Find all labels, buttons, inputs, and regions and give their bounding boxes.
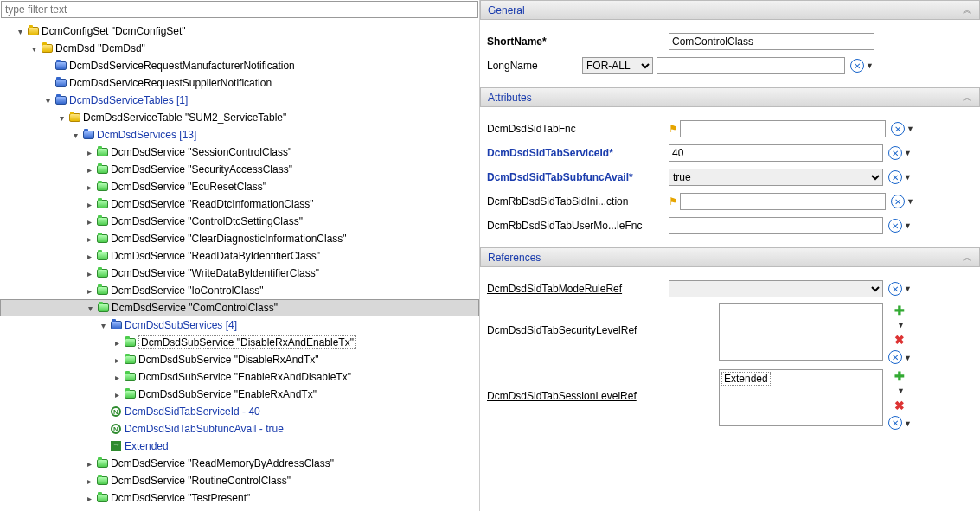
- ref-listbox[interactable]: Extended: [719, 369, 883, 426]
- clear-icon[interactable]: ✕: [888, 416, 902, 430]
- tree-item[interactable]: ▸DcmDsdService "ReadMemoryByAddressClass…: [0, 455, 479, 472]
- tree-item[interactable]: ▸DcmDsdService "TestPresent": [0, 489, 479, 507]
- clear-icon[interactable]: ✕: [888, 146, 902, 160]
- dropdown-icon[interactable]: ▼: [904, 354, 912, 362]
- dropdown-icon[interactable]: ▼: [904, 419, 912, 428]
- clear-icon[interactable]: ✕: [888, 282, 902, 296]
- twisty-icon[interactable]: ▸: [83, 286, 95, 296]
- tree-item[interactable]: ▾DcmDsd "DcmDsd": [0, 40, 479, 57]
- form-panel: General︽ ShortName* LongName FOR-ALL ✕▼ …: [480, 0, 980, 511]
- ref-label[interactable]: DcmDsdSidTabSessionLevelRef: [487, 369, 669, 402]
- collapse-icon[interactable]: ︽: [963, 3, 972, 16]
- dropdown-icon[interactable]: ▼: [897, 321, 905, 329]
- attr-input[interactable]: [680, 120, 886, 137]
- tree-item[interactable]: ▾DcmConfigSet "DcmConfigSet": [0, 22, 479, 40]
- clear-icon[interactable]: ✕: [891, 122, 905, 136]
- twisty-icon[interactable]: ▸: [83, 200, 95, 209]
- collapse-icon[interactable]: ︽: [963, 91, 972, 104]
- clear-icon[interactable]: ✕: [891, 195, 905, 208]
- tree-item[interactable]: ▾DcmDsdSubServices [4]: [0, 316, 479, 334]
- tree-item[interactable]: ▸DcmDsdService "RoutineControlClass": [0, 472, 479, 489]
- twisty-icon[interactable]: ▸: [83, 165, 95, 175]
- tree-item[interactable]: ▸DcmDsdSubService "EnableRxAndTx": [0, 386, 479, 403]
- list-item[interactable]: Extended: [721, 372, 771, 386]
- dropdown-icon[interactable]: ▼: [906, 197, 914, 206]
- ref-label[interactable]: DcmDsdSidTabSecurityLevelRef: [487, 303, 669, 336]
- collapse-icon[interactable]: ︽: [963, 251, 972, 264]
- twisty-icon[interactable]: ▸: [111, 373, 123, 382]
- tree-item[interactable]: ▸DcmDsdService "ReadDtcInformationClass": [0, 195, 479, 213]
- tree-item[interactable]: ▸DcmDsdService "IoControlClass": [0, 282, 479, 299]
- twisty-icon[interactable]: ▸: [83, 182, 95, 192]
- clear-icon[interactable]: ✕: [888, 350, 902, 364]
- tree-item[interactable]: DcmDsdServiceRequestManufacturerNotifica…: [0, 57, 479, 74]
- tree-item[interactable]: NDcmDsdSidTabSubfuncAvail - true: [0, 420, 479, 438]
- tree-item[interactable]: NDcmDsdSidTabServiceId - 40: [0, 403, 479, 420]
- twisty-icon[interactable]: ▸: [83, 476, 95, 486]
- tree-item[interactable]: ▸DcmDsdService "SessionControlClass": [0, 144, 479, 161]
- add-icon[interactable]: ✚: [894, 303, 905, 317]
- clear-icon[interactable]: ✕: [888, 219, 902, 233]
- twisty-icon[interactable]: ▸: [83, 459, 95, 469]
- twisty-icon[interactable]: ▾: [84, 303, 96, 313]
- twisty-icon[interactable]: ▸: [83, 494, 95, 503]
- longname-input[interactable]: [657, 57, 845, 74]
- twisty-icon[interactable]: ▾: [28, 44, 40, 54]
- twisty-icon[interactable]: ▾: [55, 113, 67, 123]
- tree-item[interactable]: ▾DcmDsdServiceTables [1]: [0, 92, 479, 109]
- clear-icon[interactable]: ✕: [850, 59, 864, 73]
- tree-item-selected[interactable]: ▾DcmDsdService "ComControlClass": [0, 299, 479, 316]
- add-icon[interactable]: ✚: [894, 369, 905, 383]
- dropdown-icon[interactable]: ▼: [897, 386, 905, 395]
- dropdown-icon[interactable]: ▼: [904, 284, 912, 293]
- ref-listbox[interactable]: [719, 303, 883, 361]
- section-header-general[interactable]: General︽: [480, 0, 980, 20]
- twisty-icon[interactable]: ▸: [83, 269, 95, 278]
- tree-item[interactable]: ▸DcmDsdService "EcuResetClass": [0, 178, 479, 195]
- tree-item[interactable]: ▸DcmDsdSubService "DisableRxAndTx": [0, 351, 479, 368]
- tree-item[interactable]: ▸DcmDsdSubService "DisableRxAndEnableTx": [0, 334, 479, 351]
- clear-icon[interactable]: ✕: [888, 170, 902, 184]
- section-header-attributes[interactable]: Attributes︽: [480, 87, 980, 107]
- tree-item[interactable]: ▸DcmDsdService "WriteDataByIdentifierCla…: [0, 265, 479, 282]
- shortname-input[interactable]: [669, 33, 874, 50]
- tree-item[interactable]: DcmDsdServiceRequestSupplierNotification: [0, 74, 479, 92]
- tree-item[interactable]: ▸DcmDsdService "ClearDiagnosticInformati…: [0, 230, 479, 247]
- twisty-icon[interactable]: ▾: [42, 96, 54, 105]
- longname-lang-select[interactable]: FOR-ALL: [582, 57, 653, 74]
- tree-item[interactable]: ▾DcmDsdServices [13]: [0, 126, 479, 144]
- dropdown-icon[interactable]: ▼: [866, 61, 874, 70]
- delete-icon[interactable]: ✖: [894, 333, 905, 347]
- twisty-icon[interactable]: ▸: [83, 148, 95, 157]
- twisty-icon[interactable]: ▾: [97, 321, 109, 330]
- dropdown-icon[interactable]: ▼: [904, 173, 912, 182]
- ref-select[interactable]: [669, 280, 883, 297]
- attr-input[interactable]: [669, 217, 883, 234]
- twisty-icon[interactable]: ▾: [69, 131, 81, 140]
- attr-input[interactable]: [669, 144, 883, 162]
- twisty-icon[interactable]: ▸: [111, 390, 123, 399]
- ref-label[interactable]: DcmDsdSidTabModeRuleRef: [487, 283, 669, 295]
- dropdown-icon[interactable]: ▼: [904, 221, 912, 230]
- filter-input[interactable]: [5, 3, 474, 16]
- twisty-icon[interactable]: ▸: [83, 217, 95, 227]
- dropdown-icon[interactable]: ▼: [904, 149, 912, 157]
- twisty-icon[interactable]: ▸: [83, 252, 95, 261]
- dropdown-icon[interactable]: ▼: [906, 125, 914, 133]
- twisty-icon[interactable]: ▸: [111, 338, 123, 348]
- folder-icon: [83, 131, 94, 139]
- tree-item[interactable]: ▸DcmDsdService "SecurityAccessClass": [0, 161, 479, 178]
- tree-item[interactable]: ▸DcmDsdService "ControlDtcSettingClass": [0, 213, 479, 230]
- twisty-icon[interactable]: ▾: [14, 27, 26, 36]
- delete-icon[interactable]: ✖: [894, 399, 905, 412]
- section-header-references[interactable]: References︽: [480, 247, 980, 267]
- tree[interactable]: ▾DcmConfigSet "DcmConfigSet" ▾DcmDsd "Dc…: [0, 19, 479, 511]
- tree-item[interactable]: ▸DcmDsdSubService "EnableRxAndDisableTx": [0, 368, 479, 386]
- attr-input[interactable]: [680, 193, 886, 210]
- tree-item[interactable]: ▾DcmDsdServiceTable "SUM2_ServiceTable": [0, 109, 479, 126]
- tree-item[interactable]: Extended: [0, 438, 479, 455]
- twisty-icon[interactable]: ▸: [83, 234, 95, 244]
- tree-item[interactable]: ▸DcmDsdService "ReadDataByIdentifierClas…: [0, 247, 479, 265]
- twisty-icon[interactable]: ▸: [111, 355, 123, 365]
- attr-select[interactable]: true: [669, 169, 883, 186]
